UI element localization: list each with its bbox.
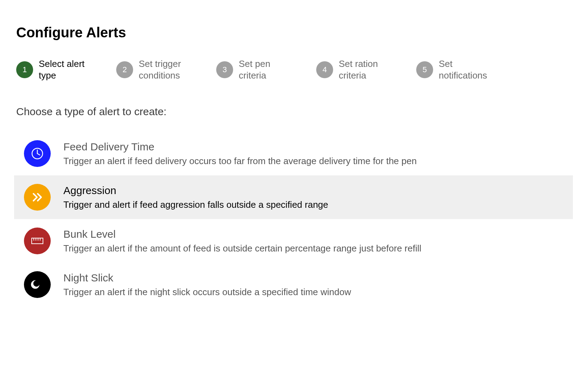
option-description: Trigger and alert if feed aggression fal…	[63, 199, 328, 210]
step-set-notifications[interactable]: 5 Set notifications	[416, 58, 499, 81]
option-feed-delivery-time[interactable]: Feed Delivery Time Trigger an alert if f…	[14, 132, 573, 175]
option-description: Trigger an alert if the night slick occu…	[63, 287, 351, 298]
step-label: Set ration criteria	[339, 58, 399, 81]
step-number-badge: 3	[216, 61, 233, 78]
option-title: Bunk Level	[63, 228, 421, 240]
step-label: Set trigger conditions	[139, 58, 199, 81]
ruler-icon	[24, 228, 51, 254]
step-number-badge: 2	[116, 61, 133, 78]
svg-rect-3	[32, 238, 43, 244]
option-title: Aggression	[63, 185, 328, 197]
page-title: Configure Alerts	[16, 25, 573, 41]
chevrons-icon	[24, 184, 51, 211]
clock-icon	[24, 140, 51, 167]
option-night-slick[interactable]: Night Slick Trigger an alert if the nigh…	[14, 263, 573, 306]
step-set-ration-criteria[interactable]: 4 Set ration criteria	[316, 58, 399, 81]
step-label: Set notifications	[439, 58, 499, 81]
svg-line-2	[37, 154, 40, 155]
alert-type-options: Feed Delivery Time Trigger an alert if f…	[14, 132, 573, 306]
option-title: Night Slick	[63, 272, 351, 284]
option-bunk-level[interactable]: Bunk Level Trigger an alert if the amoun…	[14, 219, 573, 263]
step-select-alert-type[interactable]: 1 Select alert type	[16, 58, 99, 81]
step-number-badge: 4	[316, 61, 333, 78]
option-aggression[interactable]: Aggression Trigger and alert if feed agg…	[14, 175, 573, 219]
step-number-badge: 5	[416, 61, 433, 78]
option-description: Trigger an alert if the amount of feed i…	[63, 243, 421, 254]
section-prompt: Choose a type of alert to create:	[16, 106, 573, 118]
step-label: Set pen criteria	[239, 58, 299, 81]
step-set-pen-criteria[interactable]: 3 Set pen criteria	[216, 58, 299, 81]
option-description: Trigger an alert if feed delivery occurs…	[63, 156, 417, 167]
stepper: 1 Select alert type 2 Set trigger condit…	[16, 58, 573, 81]
option-title: Feed Delivery Time	[63, 141, 417, 153]
step-number-badge: 1	[16, 61, 33, 78]
moon-icon	[24, 271, 51, 298]
step-set-trigger-conditions[interactable]: 2 Set trigger conditions	[116, 58, 199, 81]
step-label: Select alert type	[39, 58, 99, 81]
